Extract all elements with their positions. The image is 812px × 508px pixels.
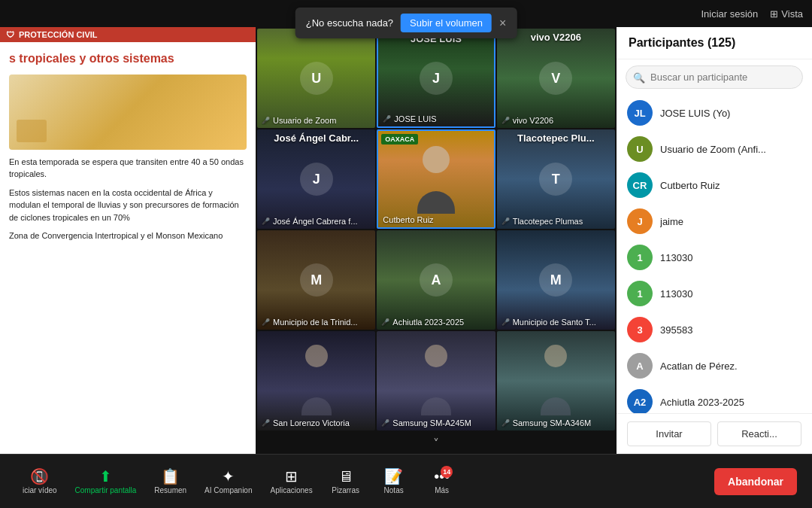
participant-item[interactable]: 1113030: [617, 275, 812, 312]
slide-area: 🛡 PROTECCIÓN CIVIL s tropicales y otros …: [0, 27, 256, 454]
participant-avatar: 1: [627, 245, 653, 270]
video-cell-tlaco[interactable]: Tlacotepec Plu...T🎤Tlacotepec Plumas: [497, 129, 615, 229]
reaction-button[interactable]: Reacti...: [717, 421, 801, 446]
participant-item[interactable]: AAcatlan de Pérez.: [617, 348, 812, 384]
video-cell-cutberto[interactable]: OAXACACutberto Ruiz: [377, 129, 495, 229]
mic-off-icon-jose-luis: 🎤: [383, 115, 391, 123]
invite-button[interactable]: Invitar: [627, 421, 711, 446]
participant-name: jaime: [660, 216, 801, 227]
summary-label: Resumen: [154, 486, 186, 494]
whiteboard-label: Pizarras: [332, 486, 359, 494]
notification-banner: ¿No escucha nada? Subir el volumen ×: [295, 8, 517, 38]
video-label: iciar vídeo: [23, 486, 57, 494]
video-cell-jose-angel[interactable]: José Ángel Cabr...J🎤José Ángel Cabrera f…: [257, 129, 375, 229]
video-avatar-jose-angel: J: [300, 163, 333, 196]
mic-off-icon-zoom-user: 🎤: [262, 117, 270, 124]
video-cell-samsung1[interactable]: 🎤Samsung SM-A245M: [377, 331, 495, 430]
video-cell-label-tlaco: 🎤Tlacotepec Plumas: [501, 217, 583, 226]
notification-close-button[interactable]: ×: [499, 17, 506, 30]
video-avatar-zoom-user: U: [300, 62, 333, 95]
ai-companion-button[interactable]: ✦ AI Companion: [197, 464, 259, 499]
notes-button[interactable]: 📝 Notas: [371, 464, 417, 499]
video-cell-jose-luis[interactable]: JOSE LUISJ🎤JOSE LUIS: [377, 29, 495, 128]
slide-paragraph-1: En esta temporada se espera que transite…: [9, 156, 247, 181]
video-avatar-santo: M: [539, 263, 572, 297]
video-cell-label-san-lorenzo: 🎤San Lorenzo Victoria: [262, 418, 350, 427]
video-cell-name-top-tlaco: Tlacotepec Plu...: [517, 132, 595, 144]
participant-item[interactable]: A2Achiutla 2023-2025: [617, 384, 812, 413]
toolbar: 📵 iciar vídeo ⬆ Compartir pantalla 📋 Res…: [0, 454, 812, 508]
iniciar-sesion-button[interactable]: Iniciar sesión: [701, 8, 758, 20]
scroll-down-indicator[interactable]: ˅: [256, 433, 617, 454]
mic-off-icon-san-lorenzo: 🎤: [262, 419, 270, 427]
summary-icon: 📋: [161, 469, 180, 484]
video-cell-vivo[interactable]: vivo V2206V🎤vivo V2206: [497, 29, 615, 128]
more-button[interactable]: ••• 14 Más: [420, 464, 465, 499]
more-icon-wrap: ••• 14: [434, 469, 450, 484]
grid-icon: ⊞: [770, 8, 778, 20]
mic-off-icon-achiutla: 🎤: [381, 318, 389, 326]
mic-off-icon-jose-angel: 🎤: [262, 217, 270, 225]
notes-icon: 📝: [384, 469, 403, 484]
slide-paragraph-2: Estos sistemas nacen en la costa occiden…: [9, 187, 247, 224]
slide-header: 🛡 PROTECCIÓN CIVIL: [0, 27, 256, 42]
video-cell-san-lorenzo[interactable]: 🎤San Lorenzo Victoria: [257, 331, 375, 430]
whiteboard-icon: 🖥: [338, 469, 353, 484]
share-label: Compartir pantalla: [75, 486, 137, 494]
mic-off-icon-vivo: 🎤: [501, 117, 510, 124]
video-grid-container: U🎤Usuario de ZoomJOSE LUISJ🎤JOSE LUISviv…: [256, 27, 617, 454]
abandon-button[interactable]: Abandonar: [714, 468, 797, 495]
video-cell-label-santo: 🎤Municipio de Santo T...: [501, 318, 596, 327]
mic-off-icon-santo: 🎤: [501, 318, 510, 326]
video-cell-samsung2[interactable]: 🎤Samsung SM-A346M: [497, 331, 615, 430]
participant-avatar: JL: [627, 100, 653, 126]
participant-item[interactable]: Jjaime: [617, 203, 812, 239]
sidebar: Participantes (125) 🔍 JLJOSE LUIS (Yo)UU…: [617, 27, 812, 454]
video-cell-label-samsung1: 🎤Samsung SM-A245M: [381, 418, 471, 427]
video-cell-achiutla[interactable]: A🎤Achiutla 2023-2025: [377, 230, 495, 330]
slide-body: s tropicales y otros sistemas En esta te…: [0, 42, 256, 257]
apps-button[interactable]: ⊞ Aplicaciones: [262, 464, 320, 499]
more-badge: 14: [441, 466, 453, 478]
share-button[interactable]: ⬆ Compartir pantalla: [68, 464, 144, 499]
participant-name: 113030: [660, 288, 801, 300]
slide-map: [9, 75, 247, 150]
mic-off-icon-samsung1: 🎤: [381, 419, 389, 427]
apps-icon: ⊞: [285, 469, 298, 484]
participant-avatar: U: [627, 136, 653, 162]
participant-item[interactable]: 3395583: [617, 312, 812, 348]
video-avatar-achiutla: A: [420, 263, 453, 297]
mic-off-icon-samsung2: 🎤: [501, 419, 510, 427]
shield-icon: 🛡: [6, 30, 14, 39]
video-avatar-tlaco: T: [539, 163, 572, 196]
vista-button[interactable]: ⊞ Vista: [770, 8, 803, 20]
participant-name: Usuario de Zoom (Anfi...: [660, 144, 801, 155]
summary-button[interactable]: 📋 Resumen: [147, 464, 194, 499]
video-grid: U🎤Usuario de ZoomJOSE LUISJ🎤JOSE LUISviv…: [256, 27, 617, 433]
participant-name: 113030: [660, 252, 801, 263]
search-icon: 🔍: [633, 71, 645, 83]
video-cell-zoom-user[interactable]: U🎤Usuario de Zoom: [257, 29, 375, 128]
participant-item[interactable]: 1113030: [617, 239, 812, 275]
subir-volumen-button[interactable]: Subir el volumen: [401, 14, 492, 32]
ai-icon: ✦: [222, 469, 235, 484]
video-area: 🛡 PROTECCIÓN CIVIL s tropicales y otros …: [0, 27, 617, 454]
search-input[interactable]: [626, 65, 803, 89]
video-icon: 📵: [30, 468, 49, 485]
video-cell-santo[interactable]: M🎤Municipio de Santo T...: [497, 230, 615, 330]
participant-name: Acatlan de Pérez.: [660, 360, 801, 372]
video-cell-label-cutberto: Cutberto Ruiz: [383, 215, 433, 224]
ai-label: AI Companion: [205, 486, 252, 494]
participant-item[interactable]: JLJOSE LUIS (Yo): [617, 95, 812, 131]
whiteboard-button[interactable]: 🖥 Pizarras: [323, 464, 368, 499]
oaxaca-banner: OAXACA: [381, 134, 418, 144]
video-avatar-jose-luis: J: [420, 62, 453, 95]
video-button[interactable]: 📵 iciar vídeo: [15, 464, 65, 499]
participant-list: JLJOSE LUIS (Yo)UUsuario de Zoom (Anfi..…: [617, 95, 812, 413]
video-icon-wrap: 📵: [30, 469, 49, 484]
video-cell-trinid[interactable]: M🎤Municipio de la Trinid...: [257, 230, 375, 330]
participant-name: Achiutla 2023-2025: [660, 397, 801, 408]
participant-avatar: 3: [627, 317, 653, 342]
participant-item[interactable]: UUsuario de Zoom (Anfi...: [617, 131, 812, 167]
participant-item[interactable]: CRCutberto Ruiz: [617, 167, 812, 203]
